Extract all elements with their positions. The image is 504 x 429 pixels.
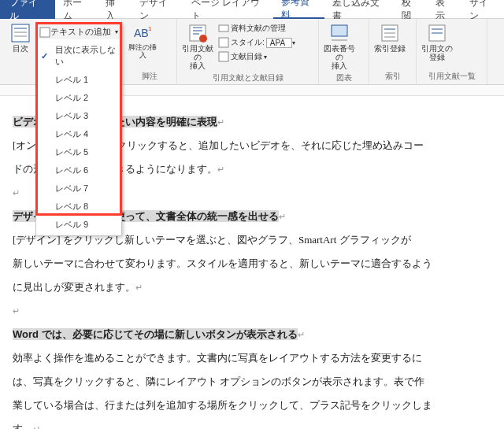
citation-style-select[interactable]: スタイル: APA ▾: [217, 36, 297, 49]
file-tab[interactable]: ファイル: [0, 0, 55, 19]
ribbon: 目次 + テキストの追加 ▾ 目次 AB1 脚注の挿入 脚注: [0, 19, 504, 85]
level-option-8[interactable]: レベル 8: [36, 198, 121, 216]
tab-6[interactable]: 校閲: [394, 0, 428, 19]
level-option-5[interactable]: レベル 5: [36, 143, 121, 161]
paragraph-text: 新しいテーマに合わせて変わります。スタイルを適用すると、新しいテーマに適合するよ…: [13, 257, 432, 269]
group-caption: 図表番号の 挿入 図表: [319, 19, 369, 84]
style-icon: [218, 37, 229, 48]
tab-5[interactable]: 差し込み文書: [324, 0, 394, 19]
tab-2[interactable]: デザイン: [132, 0, 183, 19]
chevron-down-icon: ▾: [115, 28, 118, 35]
group-authorities: 引用文の 登録 引用文献一覧: [417, 19, 487, 84]
heading-3: Word では、必要に応じてその場に新しいボタンが表示される: [13, 328, 298, 340]
level-option-0[interactable]: ✓目次に表示しない: [36, 41, 121, 71]
bibliography-button[interactable]: 文献目録 ▾: [217, 50, 297, 63]
level-option-9[interactable]: レベル 9: [36, 216, 121, 234]
tab-1[interactable]: 挿入: [98, 0, 132, 19]
chevron-down-icon: ▾: [292, 39, 295, 46]
level-option-2[interactable]: レベル 2: [36, 89, 121, 107]
group-citation: 引用文献の 挿入 資料文献の管理 スタイル: APA ▾ 文献目録 ▾: [177, 19, 319, 84]
add-text-dropdown: テキストの追加 ▾ ✓目次に表示しないレベル 1レベル 2レベル 3レベル 4レ…: [35, 24, 122, 236]
svg-text:1: 1: [148, 25, 152, 32]
level-option-7[interactable]: レベル 7: [36, 179, 121, 198]
svg-rect-13: [332, 25, 347, 36]
tab-8[interactable]: サイン: [461, 0, 504, 19]
paragraph-text: 業している場合は、行または列を追加する場所をクリックして、プラス記号をクリックし…: [13, 399, 432, 411]
toc-icon: [9, 22, 32, 44]
svg-rect-11: [219, 38, 228, 47]
level-option-1[interactable]: レベル 1: [36, 71, 121, 89]
biblio-icon: [218, 51, 229, 62]
add-text-dropdown-trigger[interactable]: テキストの追加 ▾: [36, 24, 121, 39]
index-icon: [379, 22, 401, 44]
group-footnote: AB1 脚注の挿入 脚注: [122, 19, 177, 84]
tab-7[interactable]: 表示: [428, 0, 461, 19]
svg-rect-12: [219, 52, 228, 61]
manage-sources-button[interactable]: 資料文献の管理: [217, 22, 297, 35]
insert-footnote-button[interactable]: AB1 脚注の挿入: [125, 20, 160, 61]
ribbon-tabs: ファイル ホーム挿入デザインページ レイアウト参考資料差し込み文書校閲表示サイン: [0, 0, 504, 19]
check-icon: ✓: [41, 51, 48, 61]
chevron-down-icon: ▾: [264, 54, 267, 61]
level-option-3[interactable]: レベル 3: [36, 107, 121, 125]
group-index: 索引登録 索引: [369, 19, 417, 84]
svg-rect-20: [40, 28, 50, 37]
svg-rect-0: [12, 24, 29, 42]
paragraph-text: す。: [13, 423, 33, 429]
tab-0[interactable]: ホーム: [55, 0, 98, 19]
paragraph-text: に見出しが変更されます。: [13, 281, 135, 293]
tab-4[interactable]: 参考資料: [273, 0, 324, 19]
level-option-4[interactable]: レベル 4: [36, 125, 121, 143]
svg-text:AB: AB: [134, 27, 149, 39]
caption-icon: [328, 22, 350, 44]
svg-rect-10: [219, 25, 228, 31]
mark-citation-button[interactable]: 引用文の 登録: [420, 20, 454, 63]
citation-icon: [187, 22, 209, 44]
paragraph-text: 効率よく操作を進めることができます。文書内に写真をレイアウトする方法を変更するに: [13, 352, 422, 364]
level-option-6[interactable]: レベル 6: [36, 161, 121, 179]
tab-3[interactable]: ページ レイアウト: [183, 0, 273, 19]
manage-icon: [218, 23, 229, 34]
svg-point-9: [199, 35, 207, 43]
insert-caption-button[interactable]: 図表番号の 挿入: [322, 20, 357, 72]
mark-index-entry-button[interactable]: 索引登録: [372, 20, 407, 54]
insert-citation-button[interactable]: 引用文献の 挿入: [180, 20, 215, 72]
paragraph-text: は、写真をクリックすると、隣にレイアウト オプションのボタンが表示されます。表で…: [13, 375, 424, 387]
toc-button[interactable]: 目次: [3, 20, 38, 54]
authorities-icon: [426, 22, 448, 44]
toc-label: 目次: [13, 44, 28, 53]
add-text-icon: [39, 27, 50, 38]
footnote-icon: AB1: [132, 22, 154, 44]
